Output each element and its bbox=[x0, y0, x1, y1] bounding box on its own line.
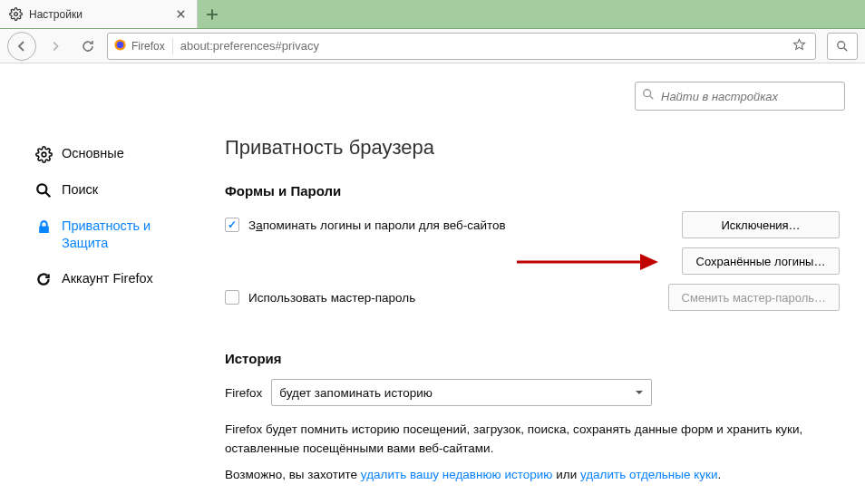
history-mode-value: будет запоминать историю bbox=[279, 386, 432, 400]
settings-search-input[interactable] bbox=[635, 82, 845, 111]
master-password-label: Использовать мастер-пароль bbox=[248, 291, 415, 305]
svg-point-6 bbox=[644, 90, 651, 97]
title-bar: Настройки bbox=[0, 0, 865, 29]
history-prefix-label: Firefox bbox=[225, 386, 262, 400]
remember-logins-label: Запоминать логины и пароли для веб-сайто… bbox=[248, 218, 506, 232]
svg-point-2 bbox=[117, 41, 124, 48]
forward-button[interactable] bbox=[42, 33, 69, 60]
lock-icon bbox=[34, 218, 53, 236]
svg-point-3 bbox=[838, 41, 845, 48]
gear-icon bbox=[34, 145, 53, 163]
searchbar-button[interactable] bbox=[827, 33, 858, 60]
gear-icon bbox=[9, 7, 23, 21]
url-text: about:preferences#privacy bbox=[180, 39, 789, 53]
history-mode-select[interactable]: будет запоминать историю bbox=[271, 379, 652, 406]
forms-heading: Формы и Пароли bbox=[225, 183, 840, 199]
history-description: Firefox будет помнить историю посещений,… bbox=[225, 421, 840, 459]
content-area: Основные Поиск Приватность и Защита Акка… bbox=[0, 63, 865, 504]
firefox-icon bbox=[113, 38, 127, 54]
sidebar-item-general[interactable]: Основные bbox=[27, 136, 199, 172]
svg-point-5 bbox=[37, 184, 46, 193]
identity-label: Firefox bbox=[131, 40, 165, 53]
change-master-password-button: Сменить мастер-пароль… bbox=[668, 284, 840, 311]
clear-recent-history-link[interactable]: удалить вашу недавнюю историю bbox=[361, 468, 553, 481]
history-links-paragraph: Возможно, вы захотите удалить вашу недав… bbox=[225, 466, 840, 485]
reload-button[interactable] bbox=[74, 33, 102, 60]
remove-cookies-link[interactable]: удалить отдельные куки bbox=[580, 468, 718, 481]
sidebar-item-privacy[interactable]: Приватность и Защита bbox=[27, 208, 199, 261]
back-button[interactable] bbox=[7, 32, 36, 61]
sidebar-item-account[interactable]: Аккаунт Firefox bbox=[27, 261, 199, 297]
saved-logins-button[interactable]: Сохранённые логины… bbox=[682, 247, 840, 275]
search-icon bbox=[34, 181, 53, 199]
remember-logins-row: Запоминать логины и пароли для веб-сайто… bbox=[225, 211, 840, 238]
sync-icon bbox=[34, 270, 53, 288]
sidebar: Основные Поиск Приватность и Защита Акка… bbox=[27, 63, 199, 504]
identity-box[interactable]: Firefox bbox=[113, 38, 173, 54]
sidebar-item-label: Поиск bbox=[62, 181, 98, 199]
saved-logins-row: Сохранённые логины… bbox=[225, 247, 840, 275]
svg-point-4 bbox=[42, 152, 46, 157]
new-tab-button[interactable] bbox=[198, 0, 227, 28]
history-mode-row: Firefox будет запоминать историю bbox=[225, 379, 840, 406]
master-password-row: Использовать мастер-пароль Сменить масте… bbox=[225, 284, 840, 311]
svg-point-0 bbox=[15, 13, 18, 16]
sidebar-item-label: Аккаунт Firefox bbox=[62, 270, 153, 287]
close-tab-button[interactable] bbox=[173, 7, 188, 22]
browser-tab[interactable]: Настройки bbox=[0, 0, 198, 28]
main-pane: Приватность браузера Формы и Пароли Запо… bbox=[199, 63, 865, 504]
search-icon bbox=[642, 88, 655, 103]
nav-toolbar: Firefox about:preferences#privacy bbox=[0, 29, 865, 63]
remember-logins-checkbox[interactable] bbox=[225, 218, 239, 232]
history-heading: История bbox=[225, 351, 840, 366]
chevron-down-icon bbox=[635, 386, 644, 400]
sidebar-item-label: Приватность и Защита bbox=[62, 218, 192, 252]
bookmark-star-icon[interactable] bbox=[789, 38, 810, 54]
page-title: Приватность браузера bbox=[225, 136, 840, 160]
sidebar-item-search[interactable]: Поиск bbox=[27, 172, 199, 208]
url-bar[interactable]: Firefox about:preferences#privacy bbox=[107, 33, 816, 60]
tab-title: Настройки bbox=[29, 8, 173, 21]
settings-search-wrap bbox=[635, 82, 845, 111]
master-password-checkbox[interactable] bbox=[225, 290, 239, 305]
exceptions-button[interactable]: Исключения… bbox=[682, 211, 840, 238]
sidebar-item-label: Основные bbox=[62, 145, 124, 162]
